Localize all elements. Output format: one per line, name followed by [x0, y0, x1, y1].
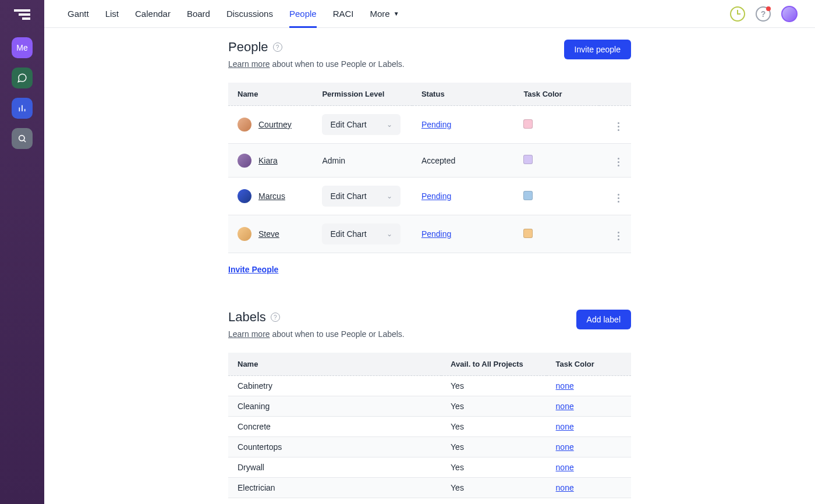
more-menu-icon[interactable] [615, 229, 622, 243]
label-name: Concrete [238, 422, 271, 431]
person-name-link[interactable]: Courtney [258, 120, 292, 129]
label-color-link[interactable]: none [556, 381, 574, 391]
notification-dot [766, 6, 771, 11]
label-name: Cabinetry [238, 381, 272, 391]
people-table: NamePermission LevelStatusTask Color Cou… [228, 83, 631, 253]
label-avail: Yes [451, 381, 464, 391]
svg-point-3 [19, 136, 24, 141]
people-col-header: Name [228, 83, 313, 106]
person-name-link[interactable]: Steve [258, 229, 279, 239]
labels-col-header: Name [228, 353, 441, 376]
labels-help-icon[interactable]: ? [271, 313, 280, 322]
recent-icon[interactable] [730, 6, 745, 22]
permission-select[interactable]: Edit Chart⌄ [322, 223, 401, 244]
chevron-down-icon: ⌄ [387, 230, 392, 238]
label-row: CountertopsYesnone [228, 437, 631, 457]
labels-learn-more-link[interactable]: Learn more [228, 329, 270, 339]
label-name: Countertops [238, 442, 282, 452]
svg-line-4 [24, 140, 26, 142]
permission-text: Admin [322, 150, 345, 171]
chevron-down-icon: ▼ [394, 10, 399, 17]
label-color-link[interactable]: none [556, 463, 574, 472]
permission-select[interactable]: Edit Chart⌄ [322, 186, 401, 207]
label-row: ConcreteYesnone [228, 417, 631, 437]
task-color-swatch[interactable] [523, 191, 533, 200]
people-subtitle: Learn more about when to use People or L… [228, 59, 405, 69]
people-col-header: Permission Level [313, 83, 412, 106]
more-menu-icon[interactable] [615, 120, 622, 133]
people-row: KiaraAdminAccepted [228, 144, 631, 178]
person-status[interactable]: Pending [421, 229, 451, 239]
bar-chart-icon [17, 104, 27, 113]
label-row: DrywallYesnone [228, 457, 631, 478]
nav-tab-calendar[interactable]: Calendar [135, 0, 171, 27]
app-logo[interactable] [14, 9, 30, 23]
people-col-header: Task Color [514, 83, 598, 106]
labels-col-header: Avail. to All Projects [441, 353, 547, 376]
invite-people-button[interactable]: Invite people [564, 40, 631, 59]
people-help-icon[interactable]: ? [273, 42, 282, 52]
label-row: CabinetryYesnone [228, 376, 631, 396]
more-menu-icon[interactable] [615, 155, 622, 169]
permission-select[interactable]: Edit Chart⌄ [322, 114, 401, 135]
label-name: Cleaning [238, 402, 270, 411]
user-avatar[interactable] [781, 6, 798, 22]
person-avatar[interactable] [238, 227, 251, 241]
person-avatar[interactable] [238, 189, 251, 203]
label-row: CleaningYesnone [228, 396, 631, 417]
sidebar-me-button[interactable]: Me [12, 37, 33, 58]
nav-tab-people[interactable]: People [289, 0, 317, 27]
label-avail: Yes [451, 422, 464, 431]
label-color-link[interactable]: none [556, 402, 574, 411]
nav-tab-discussions[interactable]: Discussions [226, 0, 273, 27]
chevron-down-icon: ⌄ [387, 120, 392, 129]
label-name: Electrician [238, 483, 275, 492]
person-name-link[interactable]: Marcus [258, 191, 285, 201]
chat-icon [17, 73, 27, 83]
people-learn-more-link[interactable]: Learn more [228, 59, 270, 69]
search-icon [17, 134, 27, 143]
people-row: SteveEdit Chart⌄Pending [228, 215, 631, 253]
sidebar-search-button[interactable] [12, 128, 33, 149]
sidebar-chat-button[interactable] [12, 68, 33, 88]
more-menu-icon[interactable] [615, 191, 622, 205]
chevron-down-icon: ⌄ [387, 192, 392, 200]
nav-tab-board[interactable]: Board [187, 0, 210, 27]
task-color-swatch[interactable] [523, 229, 533, 238]
labels-subtitle: Learn more about when to use People or L… [228, 329, 405, 339]
labels-col-header: Task Color [547, 353, 631, 376]
people-row: MarcusEdit Chart⌄Pending [228, 178, 631, 215]
person-avatar[interactable] [238, 154, 251, 168]
person-status[interactable]: Pending [421, 120, 451, 129]
sidebar-reports-button[interactable] [12, 98, 33, 119]
label-avail: Yes [451, 483, 464, 492]
labels-title: Labels ? [228, 310, 405, 325]
top-nav: GanttListCalendarBoardDiscussionsPeopleR… [44, 0, 815, 28]
label-color-link[interactable]: none [556, 483, 574, 492]
people-title: People ? [228, 40, 405, 55]
label-row: FencingYesnone [228, 498, 631, 505]
person-status: Accepted [421, 156, 455, 165]
person-avatar[interactable] [238, 118, 251, 132]
nav-tab-more[interactable]: More▼ [370, 0, 399, 27]
nav-tab-gantt[interactable]: Gantt [68, 0, 89, 27]
label-avail: Yes [451, 442, 464, 452]
people-row: CourtneyEdit Chart⌄Pending [228, 106, 631, 144]
label-avail: Yes [451, 463, 464, 472]
sidebar: Me [0, 0, 44, 504]
invite-people-link[interactable]: Invite People [228, 265, 278, 274]
person-status[interactable]: Pending [421, 191, 451, 201]
label-color-link[interactable]: none [556, 442, 574, 452]
label-avail: Yes [451, 402, 464, 411]
nav-tab-list[interactable]: List [105, 0, 119, 27]
task-color-swatch[interactable] [523, 119, 533, 129]
add-label-button[interactable]: Add label [576, 310, 631, 329]
person-name-link[interactable]: Kiara [258, 156, 278, 165]
task-color-swatch[interactable] [523, 155, 533, 164]
label-row: ElectricianYesnone [228, 478, 631, 498]
people-col-header: Status [412, 83, 515, 106]
label-color-link[interactable]: none [556, 422, 574, 431]
help-icon[interactable]: ? [756, 6, 771, 22]
labels-table: NameAvail. to All ProjectsTask Color Cab… [228, 353, 631, 504]
nav-tab-raci[interactable]: RACI [333, 0, 354, 27]
